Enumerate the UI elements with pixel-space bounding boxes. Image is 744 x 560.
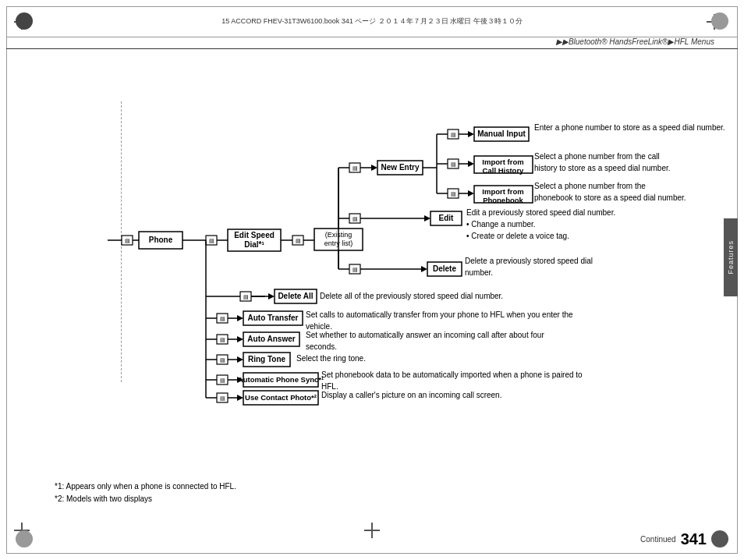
footnotes: *1: Appears only when a phone is connect…: [55, 480, 236, 505]
desc-auto-answer: Set whether to automatically answer an i…: [306, 330, 688, 353]
desc-use-contact-photo: Display a caller's picture on an incomin…: [321, 390, 703, 402]
corner-cross-bc: [364, 523, 380, 538]
svg-text:Import from: Import from: [482, 158, 523, 166]
svg-text:Use Contact Photo*²: Use Contact Photo*²: [245, 393, 317, 402]
svg-marker-74: [268, 293, 275, 299]
svg-text:▤: ▤: [220, 395, 225, 401]
svg-text:Delete: Delete: [433, 264, 456, 273]
diagram-svg: Phone ▤ ▤ Edit Speed Dial*¹ ▤ (Existing …: [0, 0, 744, 560]
svg-text:New Entry: New Entry: [381, 163, 420, 172]
page-number: 341: [681, 530, 707, 548]
svg-text:▤: ▤: [353, 267, 358, 272]
svg-text:Call History: Call History: [483, 166, 525, 175]
desc-delete: Delete a previously stored speed dialnum…: [465, 256, 707, 278]
svg-text:▤: ▤: [125, 238, 130, 243]
svg-text:▤: ▤: [296, 238, 301, 243]
svg-marker-58: [424, 215, 430, 222]
svg-text:▤: ▤: [220, 316, 225, 321]
svg-text:▤: ▤: [353, 165, 358, 171]
svg-text:Auto Answer: Auto Answer: [247, 335, 295, 343]
svg-marker-50: [468, 190, 474, 197]
svg-marker-42: [468, 161, 474, 167]
svg-text:▤: ▤: [243, 294, 249, 299]
svg-text:Phone: Phone: [149, 236, 173, 244]
svg-text:▤: ▤: [209, 238, 214, 243]
svg-text:Delete All: Delete All: [278, 292, 313, 300]
svg-text:Import from: Import from: [482, 187, 523, 196]
svg-marker-66: [421, 266, 427, 272]
svg-text:Automatic Phone Sync*¹: Automatic Phone Sync*¹: [238, 375, 324, 384]
desc-manual-input: Enter a phone number to store as a speed…: [534, 122, 737, 134]
svg-marker-90: [237, 336, 243, 342]
svg-text:Manual Input: Manual Input: [477, 129, 526, 138]
footnote-2: *2: Models with two displays: [55, 493, 236, 505]
desc-delete-all: Delete all of the previously stored spee…: [320, 291, 608, 303]
svg-text:▤: ▤: [451, 191, 456, 197]
svg-text:Phonebook: Phonebook: [483, 196, 523, 204]
svg-text:Dial*¹: Dial*¹: [244, 240, 264, 249]
svg-text:▤: ▤: [220, 357, 225, 363]
desc-edit: Edit a previously stored speed dial numb…: [466, 207, 708, 242]
svg-text:▤: ▤: [220, 337, 225, 342]
svg-text:▤: ▤: [451, 132, 456, 137]
svg-marker-97: [237, 356, 243, 363]
svg-marker-26: [371, 165, 377, 171]
desc-ring-tone: Select the ring tone.: [296, 353, 678, 365]
svg-text:▤: ▤: [220, 377, 225, 383]
svg-marker-111: [237, 395, 243, 401]
desc-import-call-history: Select a phone number from the callhisto…: [534, 151, 737, 174]
desc-auto-phone-sync: Set phonebook data to be automatically i…: [321, 370, 703, 392]
desc-import-phonebook: Select a phone number from thephonebook …: [534, 181, 737, 204]
svg-marker-35: [468, 131, 474, 137]
svg-text:Edit: Edit: [439, 214, 455, 222]
desc-auto-transfer: Set calls to automatically transfer from…: [306, 310, 688, 332]
svg-text:▤: ▤: [451, 161, 456, 167]
svg-text:Auto Transfer: Auto Transfer: [247, 314, 298, 322]
svg-marker-83: [237, 315, 243, 321]
continued-label: Continued: [640, 535, 676, 544]
svg-text:▤: ▤: [353, 216, 358, 222]
footnote-1: *1: Appears only when a phone is connect…: [55, 480, 236, 493]
svg-text:Edit Speed: Edit Speed: [234, 231, 275, 239]
svg-text:Ring Tone: Ring Tone: [248, 355, 286, 363]
